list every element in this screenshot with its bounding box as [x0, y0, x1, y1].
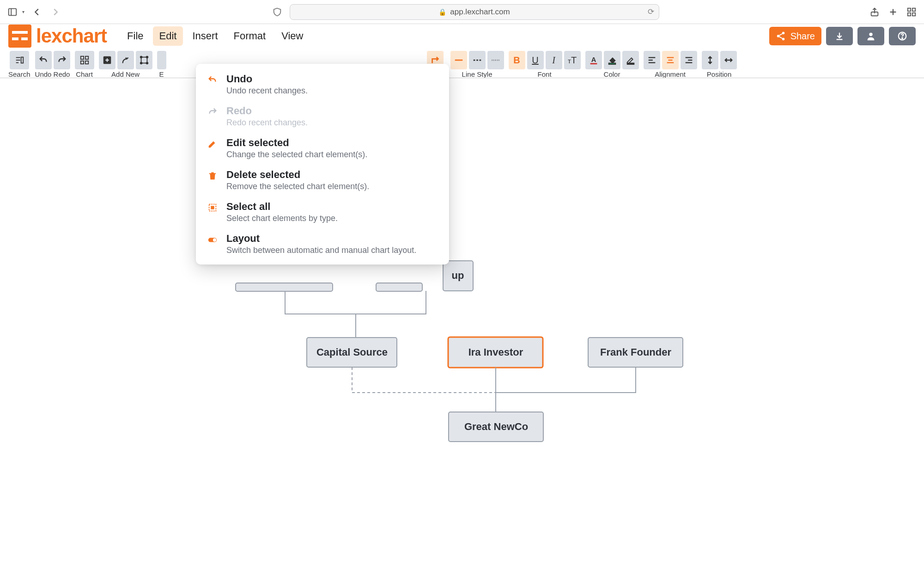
new-tab-icon[interactable]	[887, 6, 899, 18]
svg-rect-35	[608, 63, 615, 64]
menu-view[interactable]: View	[275, 26, 310, 46]
redo-button[interactable]	[54, 51, 70, 69]
toolbar-group-chart: Chart	[75, 51, 94, 78]
toolbar-group-position: Position	[702, 51, 737, 78]
chart-node-hidden-mid[interactable]	[376, 283, 422, 291]
share-button[interactable]: Share	[769, 27, 821, 45]
line-dashed-button[interactable]	[469, 51, 486, 69]
toolbar-group-font: B U I тT Font	[509, 51, 581, 78]
menu-edit[interactable]: Edit	[153, 26, 183, 46]
toolbar-label-position: Position	[707, 70, 731, 78]
chart-node-great-newco[interactable]: Great NewCo	[449, 412, 543, 442]
forward-button[interactable]	[49, 6, 61, 18]
align-left-icon	[647, 55, 657, 65]
dropdown-layout-desc: Switch between automatic and manual char…	[226, 246, 439, 255]
toolbar-group-line-style: Line Style	[450, 51, 504, 78]
chart-node-ira-investor[interactable]: Ira Investor	[448, 337, 543, 368]
edit-node-button[interactable]	[157, 51, 166, 69]
menu-bar: File Edit Insert Format View	[121, 26, 310, 46]
dropdown-edit-selected[interactable]: Edit selected Change the selected chart …	[196, 132, 449, 164]
svg-rect-8	[912, 12, 915, 15]
menu-insert[interactable]: Insert	[186, 26, 224, 46]
back-button[interactable]	[31, 6, 43, 18]
toolbar-label-search: Search	[8, 70, 30, 78]
account-button[interactable]	[857, 27, 884, 45]
chart-canvas[interactable]: Lexchart - Designer up Capital Source Ir…	[0, 78, 924, 578]
app-logo[interactable]: lexchart	[8, 25, 107, 48]
dropdown-select-all-title: Select all	[226, 201, 439, 213]
svg-point-27	[146, 56, 148, 58]
undo-icon	[206, 73, 219, 96]
svg-rect-7	[908, 12, 911, 15]
undo-icon	[38, 55, 49, 65]
border-color-button[interactable]	[622, 51, 639, 69]
align-left-button[interactable]	[644, 51, 660, 69]
grid-icon	[79, 55, 90, 65]
dropdown-select-all[interactable]: Select all Select chart elements by type…	[196, 196, 449, 228]
svg-rect-23	[85, 61, 88, 64]
toolbar-label-undo-redo: Undo Redo	[35, 70, 70, 78]
svg-rect-6	[912, 8, 915, 11]
toolbar-label-color: Color	[604, 70, 620, 78]
svg-text:Capital Source: Capital Source	[316, 346, 388, 358]
underline-button[interactable]: U	[527, 51, 544, 69]
svg-point-29	[146, 62, 148, 64]
add-node-button[interactable]	[99, 51, 116, 69]
sidebar-toggle-icon[interactable]	[6, 6, 18, 18]
bounding-box-icon	[139, 55, 149, 65]
align-right-button[interactable]	[681, 51, 697, 69]
help-icon	[897, 31, 907, 41]
line-dotted-button[interactable]	[487, 51, 504, 69]
menu-format[interactable]: Format	[227, 26, 273, 46]
person-icon	[866, 31, 876, 41]
line-dotted-icon	[491, 55, 501, 65]
search-button[interactable]	[10, 51, 29, 69]
connector-icon	[121, 55, 131, 65]
position-horizontal-button[interactable]	[720, 51, 737, 69]
svg-rect-20	[80, 56, 83, 59]
menu-file[interactable]: File	[121, 26, 150, 46]
align-center-icon	[665, 55, 675, 65]
share-system-icon[interactable]	[869, 6, 881, 18]
position-vertical-button[interactable]	[702, 51, 718, 69]
chart-node-capital-source[interactable]: Capital Source	[307, 338, 397, 367]
download-button[interactable]	[826, 27, 853, 45]
logo-mark-icon	[8, 25, 31, 48]
bold-icon: B	[513, 55, 520, 66]
line-solid-button[interactable]	[450, 51, 467, 69]
toolbar: Search Undo Redo Chart Add New E k Style	[0, 48, 924, 78]
chart-node-frank-founder[interactable]: Frank Founder	[588, 338, 683, 367]
dropdown-delete-selected-desc: Remove the selected chart element(s).	[226, 182, 439, 191]
refresh-icon[interactable]: ⟳	[648, 7, 654, 17]
help-button[interactable]	[889, 27, 916, 45]
line-solid-icon	[454, 55, 464, 65]
add-shape-button[interactable]	[136, 51, 152, 69]
tab-overview-icon[interactable]	[906, 6, 918, 18]
svg-point-11	[782, 38, 784, 41]
chart-node-hidden-left[interactable]	[236, 283, 333, 291]
svg-point-13	[869, 33, 872, 36]
toolbar-label-font: Font	[538, 70, 552, 78]
chevron-down-icon[interactable]: ▾	[22, 9, 24, 14]
lock-icon: 🔒	[438, 8, 446, 16]
chart-grid-button[interactable]	[75, 51, 94, 69]
dropdown-redo: Redo Redo recent changes.	[196, 100, 449, 132]
bold-button[interactable]: B	[509, 51, 525, 69]
italic-button[interactable]: I	[546, 51, 562, 69]
dropdown-layout[interactable]: Layout Switch between automatic and manu…	[196, 228, 449, 260]
align-center-button[interactable]	[662, 51, 679, 69]
svg-text:Great NewCo: Great NewCo	[464, 421, 528, 432]
add-connector-button[interactable]	[117, 51, 134, 69]
undo-button[interactable]	[35, 51, 52, 69]
dropdown-undo[interactable]: Undo Undo recent changes.	[196, 68, 449, 100]
fill-color-button[interactable]	[604, 51, 620, 69]
chart-node-hidden[interactable]: up	[443, 261, 473, 291]
chart-svg: up Capital Source Ira Investor Frank Fou…	[0, 78, 924, 578]
text-color-button[interactable]: A	[585, 51, 602, 69]
svg-rect-36	[627, 63, 634, 64]
toggle-icon	[206, 233, 219, 255]
font-size-button[interactable]: тT	[564, 51, 581, 69]
url-bar[interactable]: 🔒 app.lexchart.com ⟳	[290, 4, 659, 20]
dropdown-delete-selected[interactable]: Delete selected Remove the selected char…	[196, 164, 449, 196]
privacy-shield-icon[interactable]	[271, 6, 283, 18]
